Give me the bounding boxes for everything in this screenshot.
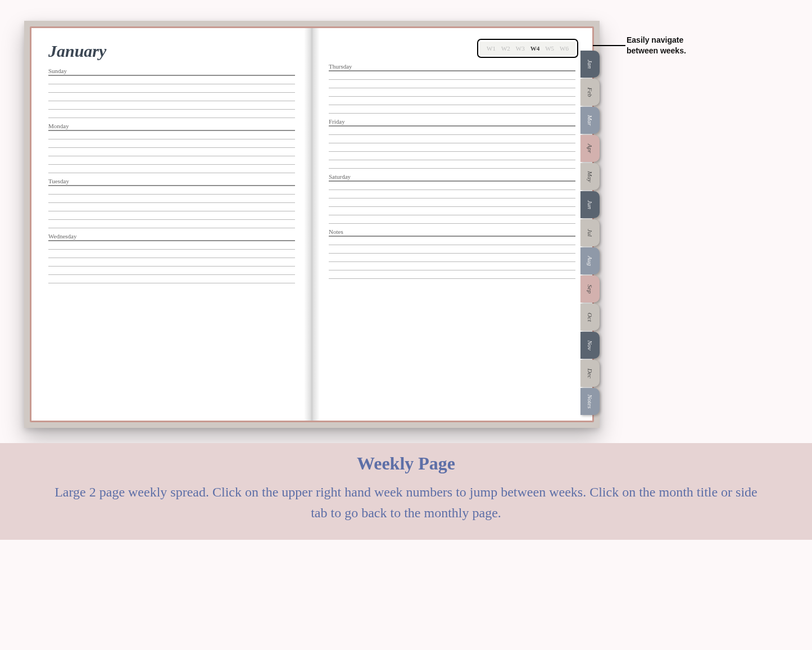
page-spread: January SundayMondayTuesdayWednesday W1W… <box>31 28 592 421</box>
writing-line <box>48 228 295 228</box>
day-label: Tuesday <box>48 178 295 184</box>
month-tab-label: Mar <box>587 115 593 126</box>
day-block-monday: Monday <box>48 123 295 173</box>
writing-line <box>329 160 575 160</box>
writing-line <box>48 92 295 93</box>
book-cover: January SundayMondayTuesdayWednesday W1W… <box>30 26 594 422</box>
month-tab-oct[interactable]: Oct <box>580 304 600 331</box>
rule-thick <box>48 75 295 76</box>
rule-thick <box>329 70 575 71</box>
writing-line <box>48 194 295 195</box>
writing-line <box>329 168 575 169</box>
annotation-callout: Easily navigate between weeks. <box>593 44 705 66</box>
writing-line <box>48 266 295 267</box>
day-block-notes: Notes <box>329 228 575 279</box>
writing-line <box>329 215 575 215</box>
month-tab-aug[interactable]: Aug <box>580 247 600 274</box>
rule-thick <box>329 125 575 127</box>
writing-line <box>329 105 575 105</box>
writing-line <box>48 101 295 101</box>
day-label: Thursday <box>329 63 575 70</box>
writing-line <box>329 189 575 190</box>
day-block-thursday: Thursday <box>329 63 575 114</box>
week-link-w2[interactable]: W2 <box>501 45 510 52</box>
writing-line <box>329 96 575 97</box>
week-link-w4[interactable]: W4 <box>530 45 540 52</box>
week-link-w5[interactable]: W5 <box>545 45 554 52</box>
week-link-w6[interactable]: W6 <box>560 45 569 52</box>
writing-line <box>48 118 295 118</box>
day-label: Wednesday <box>48 233 295 240</box>
month-tab-label: Jun <box>587 200 593 209</box>
day-label: Saturday <box>329 173 575 180</box>
writing-line <box>329 270 575 270</box>
month-tab-label: Notes <box>587 394 593 408</box>
writing-line <box>329 198 575 198</box>
writing-line <box>48 274 295 275</box>
planner-book: January SundayMondayTuesdayWednesday W1W… <box>24 21 600 428</box>
rule-thick <box>48 130 295 131</box>
banner-title: Weekly Page <box>0 453 812 474</box>
month-tab-nov[interactable]: Nov <box>580 332 600 359</box>
rule-thick <box>329 236 575 237</box>
day-label: Monday <box>48 123 295 129</box>
month-title[interactable]: January <box>48 42 295 61</box>
month-tab-label: Apr <box>587 144 593 154</box>
day-block-tuesday: Tuesday <box>48 178 295 228</box>
day-block-saturday: Saturday <box>329 173 575 224</box>
writing-line <box>48 109 295 110</box>
writing-line <box>329 261 575 262</box>
month-tab-jul[interactable]: Jul <box>580 219 600 246</box>
month-tab-label: Aug <box>587 256 593 266</box>
month-tab-apr[interactable]: Apr <box>580 135 600 162</box>
writing-line <box>329 206 575 207</box>
month-tab-feb[interactable]: Feb <box>580 79 600 106</box>
month-tab-label: Sep <box>587 285 593 294</box>
writing-line <box>329 151 575 152</box>
writing-line <box>48 202 295 203</box>
writing-line <box>329 134 575 135</box>
day-block-sunday: Sunday <box>48 67 295 118</box>
callout-text: Easily navigate between weeks. <box>627 35 716 56</box>
writing-line <box>48 173 295 173</box>
month-tab-mar[interactable]: Mar <box>580 107 600 134</box>
month-tab-jun[interactable]: Jun <box>580 191 600 218</box>
month-tab-label: Nov <box>587 340 593 350</box>
month-tab-notes[interactable]: Notes <box>580 388 600 415</box>
info-banner: Weekly Page Large 2 page weekly spread. … <box>0 443 812 540</box>
week-link-w3[interactable]: W3 <box>516 45 525 52</box>
month-tab-dec[interactable]: Dec <box>580 360 600 387</box>
day-label: Friday <box>329 118 575 125</box>
month-tabs: JanFebMarAprMayJunJulAugSepOctNovDecNote… <box>580 51 600 416</box>
day-label: Sunday <box>48 67 295 74</box>
month-tab-may[interactable]: May <box>580 163 600 190</box>
month-tab-sep[interactable]: Sep <box>580 276 600 303</box>
page-right: W1W2W3W4W5W6 ThursdayFridaySaturdayNotes <box>312 28 592 421</box>
month-tab-label: Dec <box>587 368 593 378</box>
month-tab-label: Feb <box>587 87 593 97</box>
writing-line <box>48 283 295 283</box>
writing-line <box>329 223 575 224</box>
writing-line <box>329 278 575 279</box>
writing-line <box>329 245 575 245</box>
writing-line <box>48 139 295 139</box>
week-navigator: W1W2W3W4W5W6 <box>480 42 575 55</box>
writing-line <box>329 79 575 80</box>
day-block-wednesday: Wednesday <box>48 233 295 283</box>
writing-line <box>48 219 295 220</box>
writing-line <box>329 253 575 254</box>
banner-body: Large 2 page weekly spread. Click on the… <box>52 482 760 523</box>
writing-line <box>48 156 295 156</box>
day-block-friday: Friday <box>329 118 575 169</box>
writing-line <box>48 258 295 258</box>
page-left: January SundayMondayTuesdayWednesday <box>31 28 312 421</box>
writing-line <box>329 143 575 143</box>
callout-leader-line <box>593 45 625 46</box>
writing-line <box>48 249 295 250</box>
rule-thick <box>48 185 295 186</box>
month-tab-label: May <box>587 171 593 182</box>
writing-line <box>48 164 295 165</box>
week-link-w1[interactable]: W1 <box>487 45 496 52</box>
day-label: Notes <box>329 228 575 235</box>
writing-line <box>48 84 295 84</box>
